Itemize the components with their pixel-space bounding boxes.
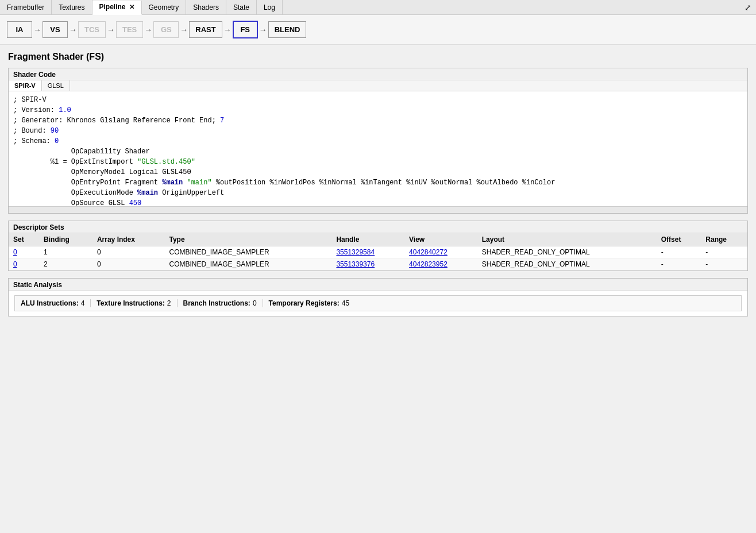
tab-shaders[interactable]: Shaders (186, 0, 226, 14)
cell-view-0[interactable]: 4042840272 (404, 246, 477, 258)
tab-geometry[interactable]: Geometry (142, 0, 187, 14)
glsl-tab[interactable]: GLSL (42, 80, 70, 91)
descriptor-sets-table: Set Binding Array Index Type Handle View… (9, 233, 747, 271)
table-header-row: Set Binding Array Index Type Handle View… (9, 233, 747, 246)
shader-code-section: Shader Code SPIR-V GLSL ; SPIR-V ; Versi… (8, 68, 748, 214)
texture-value: 2 (167, 299, 171, 307)
cell-type-0: COMBINED_IMAGE_SAMPLER (165, 246, 332, 258)
code-tabs: SPIR-V GLSL (9, 80, 747, 91)
arrow-3: → (106, 25, 116, 34)
texture-label: Texture Instructions: (97, 299, 164, 307)
branch-label: Branch Instructions: (183, 299, 250, 307)
arrow-1: → (32, 25, 43, 34)
alu-value: 4 (81, 299, 85, 307)
registers-value: 45 (342, 299, 349, 307)
close-pipeline-tab[interactable]: ✕ (129, 3, 134, 11)
table-row: 0 2 0 COMBINED_IMAGE_SAMPLER 3551339376 … (9, 258, 747, 271)
shader-code-label: Shader Code (9, 68, 747, 80)
col-offset: Offset (657, 233, 701, 246)
cell-binding-1: 2 (39, 258, 92, 271)
arrow-7: → (258, 25, 268, 34)
cell-layout-1: SHADER_READ_ONLY_OPTIMAL (477, 258, 657, 271)
cell-range-0: - (701, 246, 747, 258)
col-type: Type (165, 233, 332, 246)
arrow-6: → (222, 25, 233, 34)
code-scrollbar[interactable] (9, 206, 747, 213)
col-binding: Binding (39, 233, 92, 246)
main-content: Fragment Shader (FS) Shader Code SPIR-V … (0, 45, 756, 323)
stage-tcs[interactable]: TCS (78, 21, 106, 38)
registers-label: Temporary Registers: (269, 299, 340, 307)
stage-blend[interactable]: BLEND (268, 21, 307, 38)
descriptor-sets-label: Descriptor Sets (9, 221, 747, 233)
tab-textures[interactable]: Textures (52, 0, 92, 14)
cell-handle-0[interactable]: 3551329584 (331, 246, 404, 258)
tab-pipeline[interactable]: Pipeline ✕ (92, 1, 142, 15)
stage-gs[interactable]: GS (153, 21, 179, 38)
tab-log[interactable]: Log (257, 0, 283, 14)
cell-set-1[interactable]: 0 (9, 258, 39, 271)
cell-offset-1: - (657, 258, 701, 271)
cell-binding-0: 1 (39, 246, 92, 258)
static-analysis-label: Static Analysis (9, 279, 747, 291)
cell-range-1: - (701, 258, 747, 271)
fullscreen-button[interactable]: ⤢ (740, 1, 756, 14)
col-view: View (404, 233, 477, 246)
pipeline-bar: IA → VS → TCS → TES → GS → RAST → FS → B… (0, 15, 756, 45)
arrow-4: → (143, 25, 153, 34)
branch-value: 0 (253, 299, 257, 307)
cell-offset-0: - (657, 246, 701, 258)
cell-array-index-1: 0 (92, 258, 165, 271)
static-content: ALU Instructions: 4 Texture Instructions… (9, 291, 747, 316)
table-row: 0 1 0 COMBINED_IMAGE_SAMPLER 3551329584 … (9, 246, 747, 258)
cell-type-1: COMBINED_IMAGE_SAMPLER (165, 258, 332, 271)
code-block[interactable]: ; SPIR-V ; Version: 1.0 ; Generator: Khr… (9, 91, 747, 206)
alu-label: ALU Instructions: (21, 299, 79, 307)
col-array-index: Array Index (92, 233, 165, 246)
cell-layout-0: SHADER_READ_ONLY_OPTIMAL (477, 246, 657, 258)
col-layout: Layout (477, 233, 657, 246)
spirv-tab[interactable]: SPIR-V (9, 80, 42, 91)
descriptor-sets-section: Descriptor Sets Set Binding Array Index … (8, 221, 748, 271)
stage-rast[interactable]: RAST (189, 21, 222, 38)
static-analysis-section: Static Analysis ALU Instructions: 4 Text… (8, 278, 748, 316)
stat-texture: Texture Instructions: 2 (97, 299, 177, 307)
tab-state[interactable]: State (226, 0, 257, 14)
cell-array-index-0: 0 (92, 246, 165, 258)
arrow-2: → (68, 25, 78, 34)
col-handle: Handle (331, 233, 404, 246)
page-title: Fragment Shader (FS) (8, 52, 748, 62)
stat-registers: Temporary Registers: 45 (269, 299, 356, 307)
stage-vs[interactable]: VS (43, 21, 68, 38)
cell-handle-1[interactable]: 3551339376 (331, 258, 404, 271)
static-stats: ALU Instructions: 4 Texture Instructions… (14, 295, 742, 311)
col-set: Set (9, 233, 39, 246)
arrow-5: → (179, 25, 189, 34)
cell-view-1[interactable]: 4042823952 (404, 258, 477, 271)
col-range: Range (701, 233, 747, 246)
cell-set-0[interactable]: 0 (9, 246, 39, 258)
tab-framebuffer[interactable]: Framebuffer (0, 0, 52, 14)
stage-tes[interactable]: TES (116, 21, 143, 38)
stage-fs[interactable]: FS (233, 21, 258, 38)
stat-alu: ALU Instructions: 4 (21, 299, 91, 307)
stage-ia[interactable]: IA (7, 21, 32, 38)
tab-bar: Framebuffer Textures Pipeline ✕ Geometry… (0, 0, 756, 15)
stat-branch: Branch Instructions: 0 (183, 299, 263, 307)
